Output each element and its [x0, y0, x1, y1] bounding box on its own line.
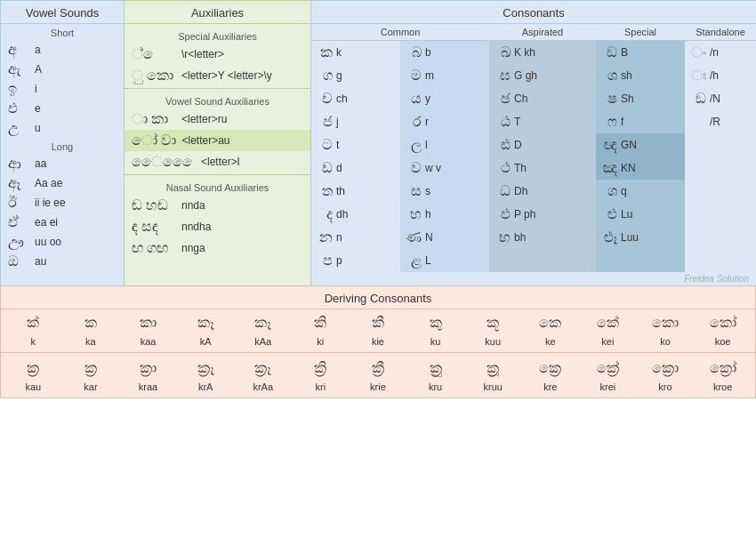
deriving-cell-kie: කී — [353, 315, 403, 331]
deriving-cell-kaa: කා — [124, 315, 173, 331]
vowel-sinhala-ea: ඒ — [8, 214, 29, 230]
aux-desc-y: <letter>Y <letter>\y — [181, 69, 272, 82]
aux-title: Auxiliaries — [125, 1, 310, 24]
aux-desc-nnda: nnda — [181, 199, 205, 212]
aux-panel: Auxiliaries Special Auxiliaries ් ෙ \r<l… — [125, 0, 311, 286]
aspirated-col: ඛK kh ඝG gh ඡCh ඨT ඪD ථTh ධDh ඵP ph භbh — [489, 41, 596, 272]
vowel-row-i: ඉ i — [1, 79, 124, 99]
consonants-header: Common Aspirated Special Standalone — [311, 24, 756, 41]
deriving-row1-sinhala: ක් ක කා කෑ කෑ කි කී කු ක — [1, 309, 755, 333]
vowel-sinhala-A: ඇ — [8, 61, 29, 77]
deriving-cell-kei: කේ — [583, 315, 632, 331]
deriving-cell-kAa: කෑ — [238, 315, 288, 331]
aux-sinhala-nnga: ඟ ගඟ — [132, 240, 176, 256]
vowel-row-aa: ආ aa — [1, 154, 124, 173]
deriving-cell-ku: කු — [411, 315, 461, 331]
vowel-sinhala-ii: ඊ — [8, 195, 29, 211]
aux-sinhala-l: ෙෙ ෙෙෙ — [132, 154, 196, 170]
aux-sinhala-y: ු කො — [132, 68, 176, 84]
vowel-sinhala-aa: ආ — [8, 156, 29, 172]
aux-row-r: ් ෙ \r<letter> — [125, 44, 310, 65]
deriving-cell-kuu: කූ — [468, 315, 518, 331]
watermark: Freidea Solution — [311, 272, 756, 285]
aux-sinhala-r: ් ෙ — [132, 46, 176, 62]
vowel-latin-e: e — [35, 102, 41, 115]
deriving-cell-koe: කෝ — [698, 315, 748, 331]
header-common: Common — [311, 24, 489, 40]
header-aspirated: Aspirated — [489, 24, 596, 40]
vowel-row-uu: ඌ uu oo — [1, 232, 124, 252]
vowel-latin-u: u — [35, 122, 41, 134]
aux-desc-r: \r<letter> — [181, 48, 224, 60]
aux-row-au: ෝ වා <letter>au — [125, 130, 310, 151]
common-col2: බb මm යy රr ලl වw v සs හh ණN ළL — [400, 41, 489, 272]
deriving-title: Deriving Consonants — [1, 286, 755, 309]
aux-row-nnga: ඟ ගඟ nnga — [125, 237, 310, 259]
vowel-latin-A: A — [35, 63, 42, 76]
aux-sinhala-nndha: ඳ සඳ — [132, 219, 176, 235]
vowel-latin-uu: uu oo — [35, 236, 61, 248]
header-special: Special — [596, 24, 685, 40]
aux-row-nnda: ඬ හඬ nnda — [125, 195, 310, 216]
aux-sinhala-au: ෝ වා — [132, 132, 176, 149]
vowel-panel: Vowel Sounds Short අ a ඇ A ඉ i එ e උ u — [0, 0, 125, 286]
vowel-sinhala-e: එ — [8, 100, 29, 116]
vowel-row-au: ඔ au — [1, 252, 124, 271]
vowel-latin-ea: ea ei — [35, 216, 58, 229]
vowel-long-label: Long — [1, 138, 124, 154]
top-section: Vowel Sounds Short අ a ඇ A ඉ i එ e උ u — [0, 0, 756, 286]
deriving-panel: Deriving Consonants ක් ක කා කෑ කෑ කි කී — [0, 286, 756, 398]
vowel-latin-aa: aa — [35, 157, 46, 170]
deriving-cell-ke: කෙ — [526, 315, 575, 331]
vowel-sinhala-Aa: ඈ — [8, 175, 29, 191]
deriving-row2-sinhala: ක්‍ර ක්‍ර ක්‍රා ක්‍රෑ ක්‍රෑ ක්‍රි ක්‍රී … — [1, 355, 755, 379]
vowel-row-ii: ඊ ii ie ee — [1, 193, 124, 213]
nasal-aux-title: Nasal Sound Auxiliaries — [125, 179, 310, 195]
aux-desc-ru: <letter>ru — [181, 113, 227, 125]
vowel-row-ea: ඒ ea ei — [1, 213, 124, 232]
aux-desc-au: <letter>au — [181, 134, 229, 147]
aux-desc-nnga: nnga — [181, 242, 205, 254]
vowel-title: Vowel Sounds — [1, 1, 124, 24]
aux-desc-l: <letter>l — [201, 156, 239, 168]
aux-sinhala-nnda: ඬ හඬ — [132, 197, 176, 213]
deriving-cell-ki: කි — [295, 315, 345, 331]
aux-row-nndha: ඳ සඳ nndha — [125, 216, 310, 237]
deriving-cell-ka: ක — [66, 315, 116, 331]
vowel-sinhala-u: උ — [8, 120, 29, 136]
vowel-short-label: Short — [1, 24, 124, 40]
main-container: Vowel Sounds Short අ a ඇ A ඉ i එ e උ u — [0, 0, 756, 398]
special-col: ඞB ශsh ෂSh ෆf ඥGN ඤKN ශq ළුLu ළූLuu — [596, 41, 685, 272]
aux-row-l: ෙෙ ෙෙෙ <letter>l — [125, 151, 310, 173]
aux-row-ru: ා කා <letter>ru — [125, 108, 310, 130]
deriving-row2-latin: kau kar kraa krA krAa kri krie kru kruu … — [1, 379, 755, 397]
vowel-sinhala-a: අ — [8, 42, 29, 58]
vowel-row-a: අ a — [1, 40, 124, 60]
vowel-latin-i: i — [35, 83, 37, 95]
header-standalone: Standalone — [685, 24, 756, 40]
common-col1: කk ගg චch ජj ටt ඩd තth දdh නn පp — [311, 41, 400, 272]
vowel-sinhala-au: ඔ — [8, 253, 29, 269]
vowel-row-e: එ e — [1, 99, 124, 118]
deriving-cell-k: ක් — [8, 315, 58, 331]
consonants-title: Consonants — [311, 1, 756, 24]
vowel-row-Aa: ඈ Aa ae — [1, 173, 124, 193]
standalone-col: ං/n ඃ/h ඞ/N /R — [685, 41, 756, 272]
vowel-latin-a: a — [35, 44, 41, 56]
vowel-latin-Aa: Aa ae — [35, 177, 62, 189]
special-aux-title: Special Auxiliaries — [125, 28, 310, 44]
vowel-row-u: උ u — [1, 118, 124, 138]
deriving-cell-ko: කො — [640, 315, 690, 331]
vowel-sinhala-i: ඉ — [8, 81, 29, 97]
vowel-row-A: ඇ A — [1, 60, 124, 79]
vowel-sinhala-uu: ඌ — [8, 234, 29, 250]
vowel-latin-ii: ii ie ee — [35, 197, 66, 209]
consonants-body: කk ගg චch ජj ටt ඩd තth දdh නn පp බb මm ය… — [311, 41, 756, 272]
vowel-latin-au: au — [35, 255, 46, 268]
deriving-cell-kA: කෑ — [181, 315, 230, 331]
deriving-row1-latin: k ka kaa kA kAa ki kie ku kuu ke kei ko … — [1, 333, 755, 350]
aux-sinhala-ru: ා කා — [132, 111, 176, 127]
aux-row-y: ු කො <letter>Y <letter>\y — [125, 65, 310, 86]
aux-desc-nndha: nndha — [181, 221, 211, 233]
vowel-sound-aux-title: Vowel Sound Auxiliaries — [125, 92, 310, 108]
